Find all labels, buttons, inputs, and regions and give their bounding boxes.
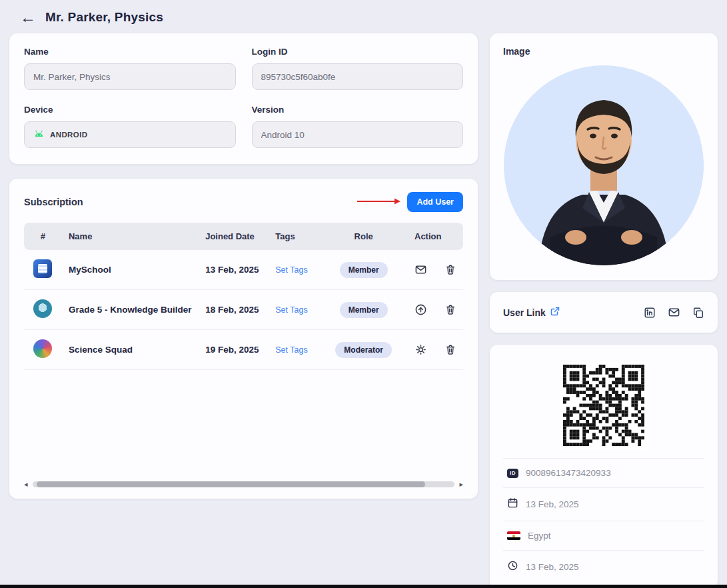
trash-icon[interactable] (444, 303, 456, 316)
table-header-row: # Name Joined Date Tags Role Action (24, 223, 463, 250)
joined-date: 18 Feb, 2025 (205, 305, 259, 315)
arrow-up-circle-icon[interactable] (414, 303, 427, 316)
user-details-card: Name Login ID Device (9, 33, 478, 164)
user-id-value: 90089613473420933 (526, 468, 611, 478)
gear-icon[interactable] (414, 343, 427, 356)
table-row: Grade 5 - Knowledge Builder 18 Feb, 2025… (24, 290, 463, 330)
group-name: Science Squad (69, 345, 133, 355)
name-input[interactable] (24, 63, 236, 90)
qr-code (560, 362, 647, 449)
linkedin-icon[interactable] (644, 307, 656, 319)
trash-icon[interactable] (444, 343, 456, 356)
login-id-field-group: Login ID (252, 47, 464, 90)
subscription-title: Subscription (24, 197, 83, 207)
external-link-icon[interactable] (550, 307, 560, 319)
role-badge: Member (340, 262, 388, 278)
col-header-joined: Joined Date (199, 223, 269, 250)
scroll-left-arrow-icon[interactable]: ◂ (24, 481, 28, 488)
set-tags-link[interactable]: Set Tags (275, 265, 307, 275)
red-pointer-arrow-icon (356, 196, 401, 208)
name-field-group: Name (24, 47, 236, 90)
device-value: ANDROID (50, 131, 87, 139)
role-badge: Member (340, 302, 388, 318)
table-row: MySchool 13 Feb, 2025 Set Tags Member (24, 250, 463, 290)
scrollbar-track[interactable] (33, 481, 455, 487)
clock-icon (507, 560, 518, 574)
user-link-title: User Link (503, 307, 546, 318)
scrollbar-thumb[interactable] (37, 481, 425, 487)
avatar (504, 65, 704, 265)
myschool-logo (33, 259, 52, 278)
mail-icon[interactable] (668, 306, 680, 319)
login-id-input[interactable] (252, 63, 464, 90)
device-field-group: Device ANDROID (24, 105, 236, 148)
joined-date: 19 Feb, 2025 (205, 345, 259, 355)
back-arrow-icon[interactable]: ← (20, 9, 36, 25)
image-card: Image (490, 33, 718, 280)
page-header: ← Mr. Parker, Physics (9, 5, 718, 33)
calendar-icon (507, 497, 518, 511)
id-badge-icon: ID (507, 469, 518, 478)
country-value: Egypt (528, 531, 551, 541)
role-badge: Moderator (335, 342, 392, 358)
updated-date-row: 13 Feb, 2025 (503, 550, 704, 583)
col-header-number: # (24, 223, 62, 250)
user-id-row: ID 90089613473420933 (503, 458, 704, 487)
scroll-right-arrow-icon[interactable]: ▸ (459, 481, 463, 488)
col-header-tags: Tags (269, 223, 325, 250)
egypt-flag-icon (507, 531, 520, 540)
qr-card: ID 90089613473420933 13 Feb, 2025 Egypt (490, 345, 718, 588)
col-header-action: Action (402, 223, 463, 250)
set-tags-link[interactable]: Set Tags (275, 345, 307, 355)
login-id-label: Login ID (252, 47, 464, 57)
horizontal-scrollbar[interactable]: ◂ ▸ (24, 474, 463, 488)
add-user-button[interactable]: Add User (407, 192, 463, 212)
grade5-logo (33, 299, 52, 318)
country-row: Egypt (503, 521, 704, 550)
science-squad-logo (33, 339, 52, 358)
col-header-role: Role (325, 223, 402, 250)
group-name: MySchool (69, 265, 111, 275)
version-input[interactable] (252, 121, 464, 148)
device-label: Device (24, 105, 236, 115)
joined-date: 13 Feb, 2025 (205, 265, 259, 275)
user-link-card: User Link (490, 292, 718, 333)
image-card-title: Image (503, 46, 530, 57)
table-row: Science Squad 19 Feb, 2025 Set Tags Mode… (24, 330, 463, 370)
joined-date-value: 13 Feb, 2025 (526, 499, 579, 509)
subscription-card: Subscription Add User (9, 179, 478, 499)
version-label: Version (252, 105, 464, 115)
page-title: Mr. Parker, Physics (45, 10, 163, 25)
bottom-edge-bar (0, 585, 727, 588)
device-input[interactable]: ANDROID (24, 121, 236, 148)
updated-date-value: 13 Feb, 2025 (526, 562, 579, 572)
user-detail-page: ← Mr. Parker, Physics Name Login ID De (0, 0, 727, 588)
copy-icon[interactable] (692, 307, 704, 319)
version-field-group: Version (252, 105, 464, 148)
group-name: Grade 5 - Knowledge Builder (69, 305, 192, 315)
android-icon (33, 129, 45, 140)
col-header-name: Name (62, 223, 199, 250)
joined-date-row: 13 Feb, 2025 (503, 487, 704, 521)
set-tags-link[interactable]: Set Tags (275, 305, 307, 315)
name-label: Name (24, 47, 236, 57)
subscription-table: # Name Joined Date Tags Role Action MySc (24, 223, 463, 370)
mail-icon[interactable] (414, 263, 427, 276)
trash-icon[interactable] (444, 263, 456, 276)
